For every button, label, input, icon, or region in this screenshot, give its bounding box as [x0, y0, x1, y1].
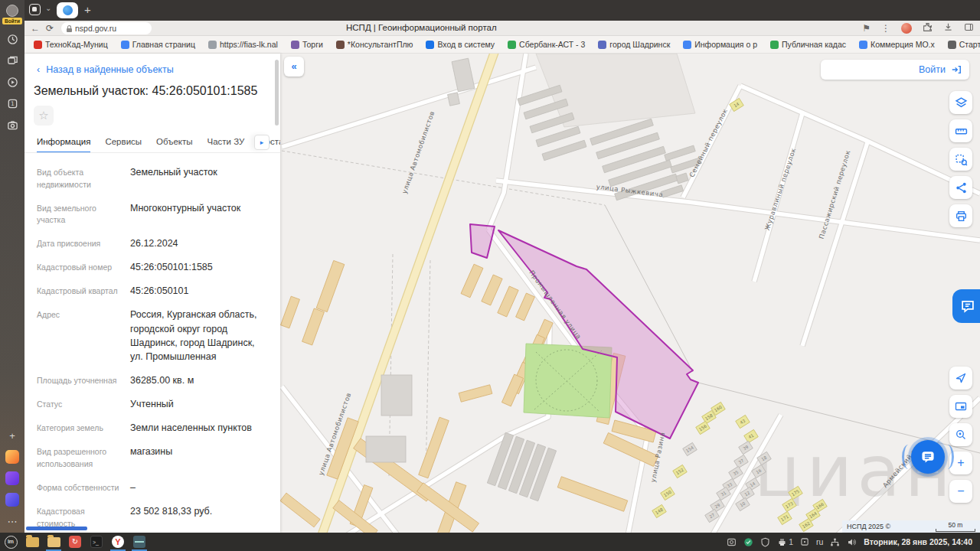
tray-shield-icon[interactable] [760, 537, 770, 547]
tabs-scroll-right-button[interactable]: ▸ [254, 135, 270, 150]
field-row: Дата присвоения26.12.2024 [37, 236, 266, 250]
tabs-panel-icon[interactable] [5, 54, 19, 67]
bookmark-item[interactable]: *КонсультантПлю [336, 40, 413, 49]
taskbar-clock[interactable]: Вторник, 28 янв 2025, 14:40 [864, 537, 972, 546]
bookmark-item[interactable]: Торги [291, 40, 323, 49]
field-row: Кадастровый номер45:26:050101:1585 [37, 260, 266, 274]
svg-text:1: 1 [11, 100, 15, 107]
feedback-tab-button[interactable] [952, 289, 980, 323]
taskbar-file-manager-button[interactable] [43, 533, 64, 551]
chat-fab-button[interactable] [911, 440, 945, 474]
bookmark-item[interactable]: Стартовая стран [948, 40, 980, 49]
field-row: АдресРоссия, Курганская область, городск… [37, 308, 266, 364]
field-label: Площадь уточненная [37, 373, 130, 387]
extensions-puzzle-icon[interactable] [923, 21, 933, 35]
panel-tab-Части ЗУ[interactable]: Части ЗУ [207, 132, 245, 153]
field-row: Площадь уточненная36285.00 кв. м [37, 373, 266, 387]
taskbar-menu-button[interactable]: lm [0, 533, 21, 551]
bookmark-item[interactable]: Коммерция МО.х [859, 40, 935, 49]
field-label: Категория земель [37, 421, 130, 435]
back-link-label: Назад в найденные объекты [46, 64, 173, 75]
scale-label: 50 m [949, 521, 963, 529]
svg-text:улица Автомобилистов: улица Автомобилистов [400, 110, 436, 195]
back-to-results-link[interactable]: ‹ Назад в найденные объекты [37, 64, 174, 75]
field-row: СтатусУчтенный [37, 397, 266, 411]
field-value: Россия, Курганская область, городской ок… [130, 308, 266, 364]
parcel-info-panel: ‹ Назад в найденные объекты Земельный уч… [24, 54, 280, 533]
video-play-icon[interactable] [5, 75, 19, 89]
yandex-app-icon-purple[interactable] [5, 471, 19, 485]
downloads-icon[interactable] [943, 21, 953, 35]
taskbar-terminal-button[interactable]: >_ [86, 533, 107, 551]
sidebar-add-icon[interactable]: + [5, 429, 19, 442]
panel-horizontal-scrollbar[interactable] [26, 527, 87, 530]
screenshot-icon[interactable] [5, 118, 19, 132]
tray-network-icon[interactable] [830, 537, 840, 547]
layers-button[interactable] [949, 91, 972, 114]
panel-tab-Объекты[interactable]: Объекты [156, 132, 192, 153]
tray-volume-icon[interactable] [847, 537, 857, 547]
map-login-button[interactable]: Войти [821, 60, 969, 80]
tab-group-icon[interactable] [29, 4, 41, 15]
field-label: Вид объекта недвижимости [37, 165, 130, 191]
tray-sync-icon[interactable] [743, 537, 753, 547]
tray-panel-icon[interactable] [800, 537, 809, 546]
tab-list-chevron-icon[interactable]: ⌄ [45, 4, 51, 12]
browser-profile-avatar[interactable] [901, 23, 912, 34]
tray-screenshot-icon[interactable] [727, 537, 737, 547]
field-value: Земли населенных пунктов [130, 421, 266, 435]
address-bar[interactable]: nspd.gov.ru [61, 22, 152, 34]
back-button[interactable]: ← [31, 22, 40, 34]
field-row: Вид разрешенного использованиямагазины [37, 445, 266, 471]
zoom-out-button[interactable]: − [949, 480, 972, 503]
map-canvas[interactable]: циан141601581561541521501484341393735333… [280, 54, 980, 533]
bookmark-item[interactable]: ТехноКад-Муниц [34, 40, 108, 49]
locate-me-button[interactable] [949, 367, 972, 390]
bookmark-item[interactable]: Главная страниц [121, 40, 195, 49]
panel-vertical-scrollbar[interactable] [275, 60, 279, 126]
panel-collapse-button[interactable]: « [284, 57, 304, 77]
bookmark-label: Коммерция МО.х [871, 40, 935, 49]
measure-ruler-button[interactable] [949, 119, 972, 142]
tab-counter-icon[interactable]: 1 [5, 96, 19, 110]
overview-map-button[interactable] [949, 395, 972, 418]
reload-button[interactable]: ⟳ [46, 22, 54, 34]
bookmark-item[interactable]: https://fias-lk.nal [208, 40, 278, 49]
favorite-star-button[interactable]: ☆ [34, 106, 54, 126]
print-button[interactable] [949, 204, 972, 227]
history-icon[interactable] [5, 32, 19, 46]
bookmark-item[interactable]: Сбербанк-АСТ - 3 [508, 40, 585, 49]
yandex-app-icon-orange[interactable] [5, 450, 19, 464]
taskbar-teal-app-button[interactable] [129, 533, 150, 551]
tray-printer-icon[interactable]: 1 [777, 537, 793, 547]
printer-count: 1 [789, 537, 793, 546]
bookmark-item[interactable]: Вход в систему [426, 40, 495, 49]
sidebar-overflow-icon[interactable]: ⋯ [5, 514, 19, 528]
field-value: Многоконтурный участок [130, 201, 266, 227]
keyboard-layout-indicator[interactable]: ru [816, 537, 823, 546]
taskbar-recorder-button[interactable]: ↻ [64, 533, 86, 551]
yandex-browser-icon: Y [112, 536, 124, 548]
coordinate-search-button[interactable] [949, 423, 972, 446]
sidebar-login-badge[interactable]: Войти [2, 18, 22, 24]
taskbar-files-button[interactable] [21, 533, 43, 551]
active-tab[interactable] [57, 2, 78, 18]
field-value: магазины [130, 445, 266, 471]
scale-bar-line [936, 529, 975, 532]
panel-tab-Сервисы[interactable]: Сервисы [105, 132, 142, 153]
bookmark-flag-icon[interactable]: ⚑ [862, 23, 871, 34]
new-tab-button[interactable]: + [84, 2, 91, 18]
taskbar-yandex-browser-button[interactable]: Y [107, 533, 129, 551]
side-panel-icon[interactable] [964, 21, 974, 35]
toolbar-menu-icon[interactable]: ⋮ [881, 23, 890, 34]
bookmark-item[interactable]: Информация о р [683, 40, 757, 49]
bookmark-favicon [683, 41, 691, 49]
yandex-app-icon-blue[interactable] [5, 493, 19, 507]
bookmark-item[interactable]: Публичная кадас [770, 40, 846, 49]
area-search-button[interactable] [949, 148, 972, 171]
bookmark-favicon [859, 41, 867, 49]
panel-tab-Информация[interactable]: Информация [37, 132, 90, 153]
bookmark-item[interactable]: город Шадринск [598, 40, 670, 49]
share-button[interactable] [949, 176, 972, 199]
profile-avatar-icon[interactable] [6, 5, 18, 17]
